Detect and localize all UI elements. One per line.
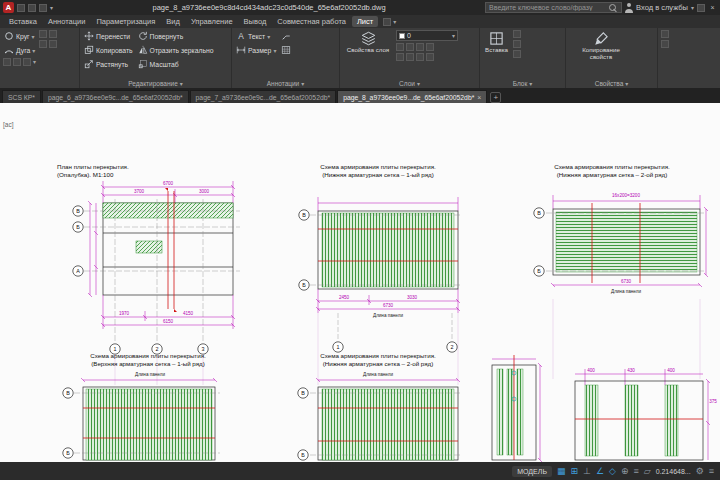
cad-drawing[interactable]: План плиты перекрытия. (Опалубка). М1:10… [0,103,720,462]
ribbon-tab-annotate[interactable]: Аннотации [43,16,91,27]
layer-tool-icon[interactable] [396,43,404,51]
ribbon-collapse-caret-icon[interactable]: ▾ [393,18,396,25]
draw-extra-tool-icon[interactable] [39,40,47,48]
partial-tool-icon[interactable] [661,30,669,38]
sign-in-caret-icon[interactable]: ▾ [691,4,694,11]
layer-tool-icon[interactable] [396,53,404,61]
layer-combo[interactable]: 0 ▾ [396,30,458,41]
dimension-caret-icon[interactable]: ▾ [273,47,276,54]
file-tab-page6[interactable]: page_6_a9736ee0e9c...de_65e6af20052db* [42,90,189,103]
layer-tool-icon[interactable] [416,53,424,61]
draw-panel-label[interactable] [3,78,76,88]
status-bar: МОДЕЛЬ ▦ ⊞ ⊥ ∠ ◇ ⊕ ≡ ▱ 0.214648... ⚙ ≡ [0,462,720,480]
snap-icon[interactable]: ⊞ [571,467,579,476]
properties-panel-label[interactable]: Свойства▾ [569,78,654,88]
layers-panel-caret-icon[interactable]: ▾ [417,80,420,87]
edit-panel-label[interactable]: Редактирование▾ [83,78,228,88]
leader-button[interactable] [280,30,292,42]
arc-button[interactable]: Дуга ▾ [3,44,36,56]
drawing-area[interactable]: [ас] План плиты перекрытия. (Опалубка) [0,103,720,462]
block-tool-icon[interactable] [513,30,521,38]
block-tool-icon[interactable] [513,50,521,58]
ribbon-tab-view[interactable]: Вид [161,16,185,27]
circle-button[interactable]: Круг ▾ [3,30,36,42]
draw-extra-tool-icon[interactable] [13,58,21,66]
match-properties-button[interactable]: Копирование свойств [569,30,633,78]
close-icon[interactable]: × [708,3,717,12]
draw-more-caret-icon[interactable]: ▾ [33,58,36,66]
axis-bubble-label: В [301,390,305,396]
layer-tool-icon[interactable] [426,53,434,61]
rotate-button[interactable]: Повернуть [137,30,215,42]
text-caret-icon[interactable]: ▾ [267,33,270,40]
view-upper-mesh-1: Схема армирования плиты перекрытия. (Вер… [63,352,220,460]
draw-extra-tool-icon[interactable] [39,30,47,38]
ortho-icon[interactable]: ⊥ [583,467,591,476]
block-panel-caret-icon[interactable]: ▾ [529,80,532,87]
app-store-icon[interactable] [697,4,705,12]
annotate-panel-caret-icon[interactable]: ▾ [301,80,304,87]
annotate-panel-label[interactable]: Аннотации▾ [235,78,336,88]
layer-tool-icon[interactable] [406,43,414,51]
move-button[interactable]: Перенести [83,30,134,42]
block-panel-label[interactable]: Блок▾ [483,78,562,88]
block-panel-label-text: Блок [513,80,528,87]
ribbon-state-icon[interactable] [383,18,391,26]
mirror-button[interactable]: Отразить зеркально [137,44,215,56]
copy-label: Копировать [96,47,133,54]
tab-close-icon[interactable]: × [477,94,481,101]
quick-access-caret-icon[interactable]: ▾ [50,4,53,11]
draw-extra-tool-icon[interactable] [23,58,31,66]
ribbon-tab-insert[interactable]: Вставка [4,16,42,27]
dynamic-input-icon[interactable]: ▱ [644,467,651,476]
stretch-button[interactable]: Растянуть [83,58,134,70]
search-icon[interactable] [609,3,618,13]
layer-tool-icon[interactable] [416,43,424,51]
grid-icon[interactable]: ▦ [557,467,566,476]
file-tab-scs[interactable]: SCS КР* [2,90,41,103]
ribbon-tab-parametric[interactable]: Параметризация [91,16,160,27]
circle-caret-icon[interactable]: ▾ [32,33,35,40]
insert-block-button[interactable]: Вставка [483,30,510,78]
layers-panel-label[interactable]: Слои▾ [343,78,476,88]
ribbon-tab-layout[interactable]: Лист [352,16,378,27]
object-snap-icon[interactable]: ◇ [609,467,616,476]
model-space-button[interactable]: МОДЕЛЬ [512,466,552,477]
search-box[interactable] [485,2,622,13]
ribbon-tab-collaborate[interactable]: Совместная работа [272,16,351,27]
edit-panel-caret-icon[interactable]: ▾ [180,80,183,87]
ribbon-tab-output[interactable]: Вывод [239,16,272,27]
arc-caret-icon[interactable]: ▾ [32,47,35,54]
sign-in-button[interactable]: Вход в службы [636,3,688,12]
new-tab-button[interactable]: + [490,92,501,103]
copy-button[interactable]: Копировать [83,44,134,56]
polar-tracking-icon[interactable]: ∠ [596,467,604,476]
layer-tool-icon[interactable] [406,53,414,61]
app-menu-icon[interactable]: A [3,2,14,13]
block-tool-icon[interactable] [513,40,521,48]
search-input[interactable] [489,4,607,11]
gear-icon[interactable]: ⚙ [696,467,704,476]
scale-button[interactable]: Масштаб [137,58,215,70]
window-title: page_8_a9736ee0e9c8d4cd434adc23c0d540de_… [56,3,482,12]
file-tab-page8[interactable]: page_8_a9736ee0e9...de_65e6af20052db*× [337,90,487,103]
draw-extra-tool-icon[interactable] [49,30,57,38]
lineweight-icon[interactable]: ≡ [633,467,638,476]
quick-access-icon[interactable] [28,4,36,12]
text-button[interactable]: Текст▾ [235,30,277,42]
layer-properties-button[interactable]: Свойства слоя [343,30,393,78]
layer-combo-caret-icon[interactable]: ▾ [452,32,455,39]
quick-access-icon[interactable] [39,4,47,12]
properties-panel-caret-icon[interactable]: ▾ [625,80,628,87]
customize-menu-icon[interactable]: ≡ [709,467,714,476]
dimension-button[interactable]: Размер▾ [235,44,277,56]
table-button[interactable] [280,44,292,56]
file-tab-page7[interactable]: page_7_a9736ee0e9c...de_65e6af20052db* [190,90,337,103]
draw-extra-tool-icon[interactable] [3,58,11,66]
ribbon-tab-manage[interactable]: Управление [186,16,238,27]
layer-tool-icon[interactable] [426,43,434,51]
partial-tool-icon[interactable] [661,40,669,48]
quick-access-icon[interactable] [17,4,25,12]
snap-tracking-icon[interactable]: ⊕ [621,467,629,476]
draw-extra-tool-icon[interactable] [49,40,57,48]
